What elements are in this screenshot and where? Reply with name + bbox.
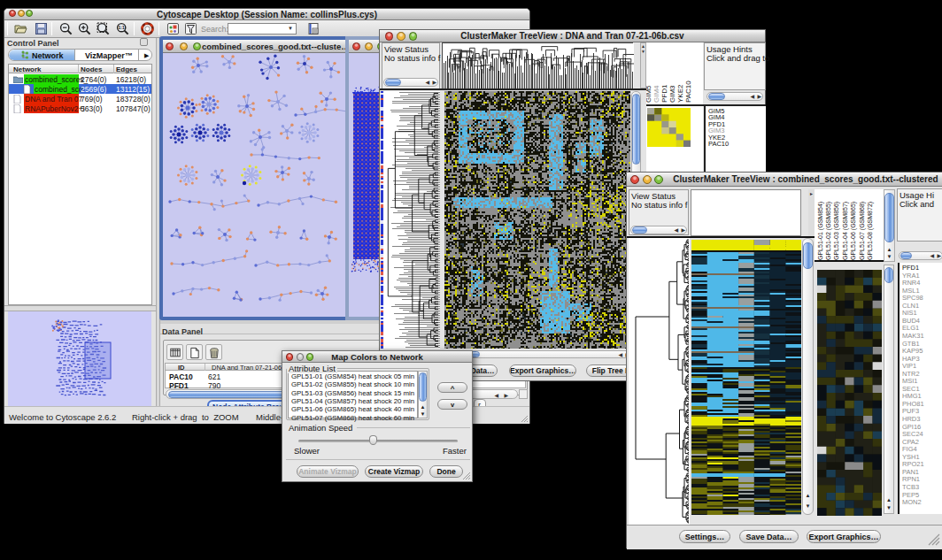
svg-text:1:1: 1:1 bbox=[119, 25, 125, 30]
svg-text:GPL51-04 (GSM857): GPL51-04 (GSM857) bbox=[842, 202, 849, 260]
svg-text:GIM3: GIM3 bbox=[668, 85, 676, 103]
svg-text:PAC10: PAC10 bbox=[684, 81, 692, 103]
svg-text:GPL51-08 (GSM872): GPL51-08 (GSM872) bbox=[867, 202, 874, 260]
svg-text:GPL51-02 (GSM855): GPL51-02 (GSM855) bbox=[825, 202, 832, 260]
svg-text:GPL51-07 (GSM868): GPL51-07 (GSM868) bbox=[859, 202, 866, 260]
svg-text:PFD1: PFD1 bbox=[660, 84, 668, 103]
svg-text:GPL51-01 (GSM854): GPL51-01 (GSM854) bbox=[817, 202, 824, 260]
svg-text:GPL51-06 (GSM865): GPL51-06 (GSM865) bbox=[850, 202, 857, 260]
svg-text:GIM4: GIM4 bbox=[652, 85, 660, 103]
svg-text:YKE2: YKE2 bbox=[676, 84, 684, 103]
svg-text:GPL51-03 (GSM856): GPL51-03 (GSM856) bbox=[833, 202, 840, 260]
